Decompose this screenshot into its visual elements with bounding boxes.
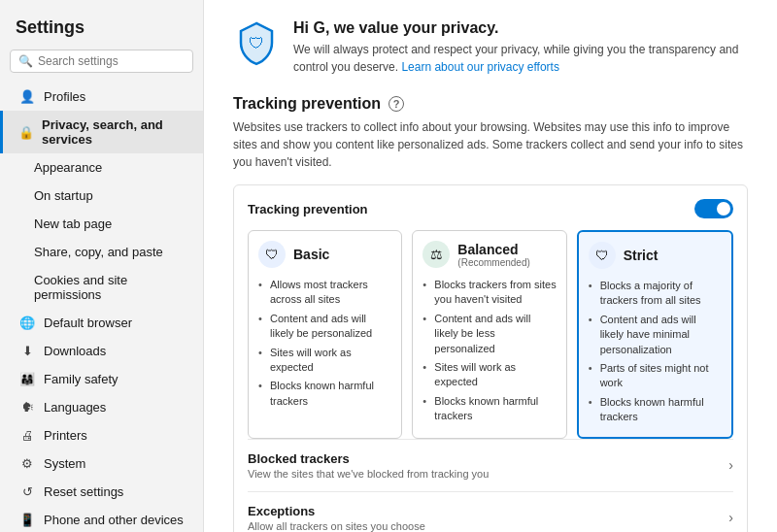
balanced-point-2: Content and ads will likely be less pers… [422, 310, 556, 358]
tracking-title: Tracking prevention [233, 95, 381, 113]
reset-icon: ↺ [18, 484, 36, 499]
cards-row: 🛡 Basic Allows most trackers across all … [248, 230, 733, 439]
tracking-toggle[interactable] [694, 199, 733, 218]
basic-point-2: Content and ads will likely be personali… [258, 310, 391, 344]
privacy-shield-icon: 🛡 [233, 19, 280, 66]
strict-icon: 🛡 [589, 242, 616, 269]
strict-point-4: Blocks known harmful trackers [589, 393, 722, 427]
card-balanced-header: ⚖ Balanced (Recommended) [422, 241, 556, 268]
card-basic-header: 🛡 Basic [258, 241, 391, 268]
downloads-icon: ⬇ [18, 344, 36, 358]
sidebar-item-default[interactable]: 🌐 Default browser [0, 309, 203, 337]
balanced-title: Balanced [457, 242, 529, 257]
tracking-box: Tracking prevention 🛡 Basic Allows most … [233, 184, 748, 532]
search-box[interactable]: 🔍 [10, 50, 193, 73]
sidebar-item-profiles[interactable]: 👤 Profiles [0, 83, 203, 111]
privacy-greeting: Hi G, we value your privacy. [293, 19, 748, 37]
sidebar-item-cookies[interactable]: Cookies and site permissions [0, 266, 203, 309]
strict-point-3: Parts of sites might not work [589, 359, 722, 393]
strict-points: Blocks a majority of trackers from all s… [589, 277, 722, 427]
sidebar-item-system[interactable]: ⚙ System [0, 449, 203, 478]
balanced-points: Blocks trackers from sites you haven't v… [422, 276, 556, 426]
blocked-trackers-row[interactable]: Blocked trackers View the sites that we'… [248, 439, 733, 491]
search-input[interactable] [38, 54, 185, 68]
languages-icon: 🗣 [18, 400, 36, 415]
sidebar-item-startup[interactable]: On startup [0, 182, 203, 210]
blocked-desc: View the sites that we've blocked from t… [248, 468, 489, 480]
basic-point-4: Blocks known harmful trackers [258, 377, 391, 411]
printers-icon: 🖨 [18, 428, 36, 443]
profiles-icon: 👤 [18, 89, 36, 104]
tracking-box-title: Tracking prevention [248, 202, 368, 216]
balanced-point-4: Blocks known harmful trackers [422, 392, 556, 426]
strict-title: Strict [624, 248, 659, 263]
sidebar-item-share[interactable]: Share, copy, and paste [0, 238, 203, 266]
sidebar-item-languages[interactable]: 🗣 Languages [0, 393, 203, 421]
system-icon: ⚙ [18, 456, 36, 471]
privacy-description: We will always protect and respect your … [293, 41, 748, 76]
balanced-point-3: Sites will work as expected [422, 358, 556, 392]
basic-point-1: Allows most trackers across all sites [258, 276, 391, 310]
sidebar-title: Settings [0, 10, 203, 50]
search-icon: 🔍 [18, 54, 33, 68]
tracking-section-desc: Websites use trackers to collect info ab… [233, 118, 748, 171]
main-content: 🛡 Hi G, we value your privacy. We will a… [204, 0, 777, 532]
sidebar-item-phone[interactable]: 📱 Phone and other devices [0, 506, 203, 532]
exceptions-title: Exceptions [248, 504, 425, 518]
sidebar-item-printers[interactable]: 🖨 Printers [0, 421, 203, 449]
sidebar-item-family[interactable]: 👨‍👩‍👧 Family safety [0, 365, 203, 393]
tracking-section-heading: Tracking prevention ? [233, 95, 748, 113]
privacy-link[interactable]: Learn about our privacy efforts [401, 60, 559, 74]
svg-text:🛡: 🛡 [249, 35, 264, 51]
basic-title: Basic [293, 247, 329, 262]
strict-point-2: Content and ads will likely have minimal… [589, 311, 722, 359]
sidebar-item-privacy[interactable]: 🔒 Privacy, search, and services [0, 111, 203, 153]
blocked-title: Blocked trackers [248, 451, 489, 466]
exceptions-chevron: › [728, 510, 733, 525]
balanced-icon: ⚖ [422, 241, 450, 268]
card-strict-header: 🛡 Strict [589, 242, 722, 269]
default-icon: 🌐 [18, 316, 36, 330]
basic-point-3: Sites will work as expected [258, 344, 391, 378]
balanced-rec: (Recommended) [457, 257, 529, 268]
card-balanced[interactable]: ⚖ Balanced (Recommended) Blocks trackers… [412, 230, 566, 439]
card-basic[interactable]: 🛡 Basic Allows most trackers across all … [248, 230, 402, 439]
sidebar-item-downloads[interactable]: ⬇ Downloads [0, 337, 203, 365]
privacy-header: 🛡 Hi G, we value your privacy. We will a… [233, 19, 748, 76]
exceptions-row[interactable]: Exceptions Allow all trackers on sites y… [248, 491, 733, 532]
balanced-point-1: Blocks trackers from sites you haven't v… [422, 276, 556, 310]
family-icon: 👨‍👩‍👧 [18, 372, 36, 386]
blocked-chevron: › [728, 457, 733, 473]
tracking-box-header: Tracking prevention [248, 199, 733, 218]
phone-icon: 📱 [18, 513, 36, 527]
privacy-icon: 🔒 [18, 125, 34, 140]
sidebar-item-reset[interactable]: ↺ Reset settings [0, 478, 203, 506]
sidebar: Settings 🔍 👤 Profiles 🔒 Privacy, search,… [0, 0, 204, 532]
basic-points: Allows most trackers across all sites Co… [258, 276, 391, 411]
strict-point-1: Blocks a majority of trackers from all s… [589, 277, 722, 311]
privacy-header-text: Hi G, we value your privacy. We will alw… [293, 19, 748, 76]
info-icon[interactable]: ? [388, 96, 404, 112]
sidebar-item-appearance[interactable]: Appearance [0, 153, 203, 182]
basic-icon: 🛡 [258, 241, 286, 268]
exceptions-desc: Allow all trackers on sites you choose [248, 520, 425, 532]
sidebar-item-newtab[interactable]: New tab page [0, 210, 203, 238]
card-strict[interactable]: 🛡 Strict Blocks a majority of trackers f… [577, 230, 733, 439]
